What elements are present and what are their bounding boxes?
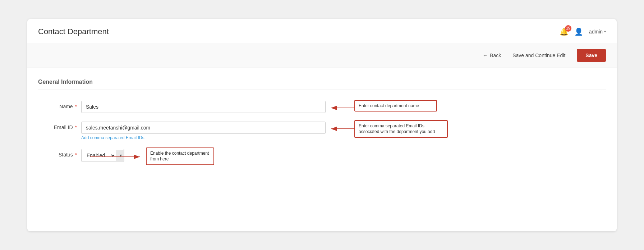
name-required: * bbox=[75, 104, 77, 109]
email-label: Email ID * bbox=[38, 122, 81, 130]
email-hint: Add comma separated Email IDs. bbox=[81, 135, 326, 140]
header-actions: 🔔 15 👤 admin ▾ bbox=[560, 27, 606, 36]
email-input[interactable] bbox=[81, 122, 326, 134]
user-icon[interactable]: 👤 bbox=[574, 27, 583, 36]
form-area: Name * Enter contact de bbox=[38, 97, 606, 162]
email-annotation-box: Enter comma separated Email IDs associat… bbox=[354, 120, 448, 138]
save-continue-button[interactable]: Save and Continue Edit bbox=[508, 50, 570, 61]
notification-count: 15 bbox=[565, 25, 571, 32]
status-row: Status * Enabled Disabled ▾ bbox=[38, 149, 606, 162]
name-row: Name * Enter contact de bbox=[38, 101, 606, 113]
status-select[interactable]: Enabled Disabled bbox=[82, 149, 116, 162]
name-annotation-arrow bbox=[327, 103, 360, 113]
status-label: Status * bbox=[38, 149, 81, 158]
status-dropdown-icon[interactable]: ▾ bbox=[116, 150, 124, 161]
section-title: General Information bbox=[38, 79, 606, 90]
email-row: Email ID * Add comma separated Email IDs… bbox=[38, 122, 606, 140]
status-select-wrap: Enabled Disabled ▾ bbox=[81, 149, 124, 162]
name-field-wrap bbox=[81, 101, 326, 113]
content-area: General Information Name * bbox=[27, 68, 617, 185]
email-annotation-arrow bbox=[327, 123, 360, 134]
email-field-wrap: Add comma separated Email IDs. bbox=[81, 122, 326, 140]
admin-label: admin bbox=[589, 29, 603, 35]
save-button[interactable]: Save bbox=[577, 49, 606, 62]
notification-bell[interactable]: 🔔 15 bbox=[560, 27, 569, 36]
page-title: Contact Department bbox=[38, 27, 109, 36]
main-card: Contact Department 🔔 15 👤 admin ▾ ← Back… bbox=[27, 19, 617, 231]
back-button[interactable]: ← Back bbox=[483, 53, 501, 58]
card-header: Contact Department 🔔 15 👤 admin ▾ bbox=[27, 19, 617, 43]
toolbar: ← Back Save and Continue Edit Save bbox=[27, 43, 617, 68]
chevron-down-icon: ▾ bbox=[604, 29, 606, 33]
status-annotation-box: Enable the contact department from here bbox=[146, 147, 214, 165]
back-label: Back bbox=[490, 53, 501, 58]
email-required: * bbox=[75, 124, 77, 130]
back-arrow-icon: ← bbox=[483, 53, 488, 58]
admin-dropdown[interactable]: admin ▾ bbox=[589, 29, 606, 35]
name-input[interactable] bbox=[81, 101, 326, 113]
name-label: Name * bbox=[38, 101, 81, 109]
status-required: * bbox=[75, 152, 77, 158]
name-annotation-box: Enter contact department name bbox=[354, 100, 437, 112]
